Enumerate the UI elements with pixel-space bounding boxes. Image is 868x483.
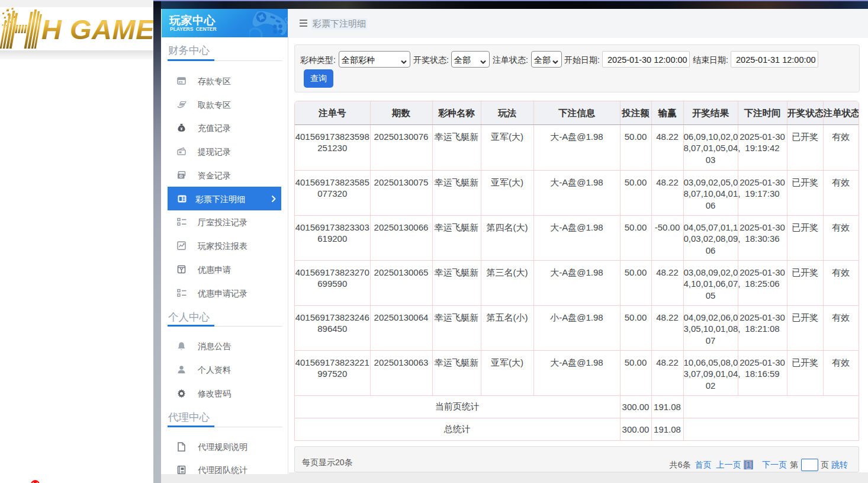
svg-text:H GAME: H GAME (41, 14, 153, 45)
svg-text:¥: ¥ (181, 127, 183, 131)
